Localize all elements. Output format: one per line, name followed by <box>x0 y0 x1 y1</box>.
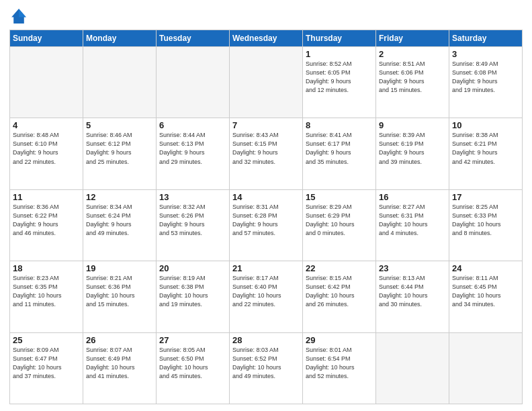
calendar-cell: 29Sunrise: 8:01 AMSunset: 6:54 PMDayligh… <box>303 332 376 404</box>
day-number: 1 <box>306 49 373 59</box>
logo <box>9 7 30 26</box>
day-number: 21 <box>232 263 300 273</box>
day-info: Sunrise: 8:09 AMSunset: 6:47 PMDaylight:… <box>13 346 80 381</box>
svg-marker-1 <box>19 9 26 17</box>
day-number: 11 <box>13 192 80 202</box>
calendar-cell: 18Sunrise: 8:23 AMSunset: 6:35 PMDayligh… <box>10 261 83 332</box>
calendar-cell: 25Sunrise: 8:09 AMSunset: 6:47 PMDayligh… <box>10 332 83 404</box>
day-number: 12 <box>86 192 153 202</box>
day-info: Sunrise: 8:27 AMSunset: 6:31 PMDaylight:… <box>379 203 446 238</box>
calendar-cell: 28Sunrise: 8:03 AMSunset: 6:52 PMDayligh… <box>230 332 303 404</box>
day-number: 22 <box>306 263 373 273</box>
calendar-cell <box>230 47 303 118</box>
calendar-cell: 19Sunrise: 8:21 AMSunset: 6:36 PMDayligh… <box>83 261 157 332</box>
day-info: Sunrise: 8:07 AMSunset: 6:49 PMDaylight:… <box>86 346 153 381</box>
day-info: Sunrise: 8:51 AMSunset: 6:06 PMDaylight:… <box>379 60 446 95</box>
day-number: 20 <box>159 263 226 273</box>
calendar-cell: 9Sunrise: 8:39 AMSunset: 6:19 PMDaylight… <box>376 118 449 189</box>
day-number: 9 <box>379 120 446 130</box>
day-number: 19 <box>86 263 153 273</box>
weekday-header-sunday: Sunday <box>10 30 83 47</box>
calendar-cell: 6Sunrise: 8:44 AMSunset: 6:13 PMDaylight… <box>157 118 230 189</box>
logo-icon <box>9 7 28 26</box>
day-info: Sunrise: 8:32 AMSunset: 6:26 PMDaylight:… <box>159 203 226 238</box>
day-number: 15 <box>306 192 373 202</box>
day-number: 23 <box>379 263 446 273</box>
day-number: 4 <box>13 120 80 130</box>
day-info: Sunrise: 8:48 AMSunset: 6:10 PMDaylight:… <box>13 131 80 166</box>
day-info: Sunrise: 8:31 AMSunset: 6:28 PMDaylight:… <box>232 203 300 238</box>
header <box>9 7 523 26</box>
day-info: Sunrise: 8:15 AMSunset: 6:42 PMDaylight:… <box>306 274 373 309</box>
day-info: Sunrise: 8:39 AMSunset: 6:19 PMDaylight:… <box>379 131 446 166</box>
calendar-cell: 21Sunrise: 8:17 AMSunset: 6:40 PMDayligh… <box>230 261 303 332</box>
calendar-cell: 8Sunrise: 8:41 AMSunset: 6:17 PMDaylight… <box>303 118 376 189</box>
calendar-cell: 20Sunrise: 8:19 AMSunset: 6:38 PMDayligh… <box>157 261 230 332</box>
day-number: 28 <box>232 335 300 345</box>
calendar-cell: 2Sunrise: 8:51 AMSunset: 6:06 PMDaylight… <box>376 47 449 118</box>
day-info: Sunrise: 8:23 AMSunset: 6:35 PMDaylight:… <box>13 274 80 309</box>
calendar-cell: 24Sunrise: 8:11 AMSunset: 6:45 PMDayligh… <box>449 261 523 332</box>
calendar-cell <box>157 47 230 118</box>
calendar: SundayMondayTuesdayWednesdayThursdayFrid… <box>9 30 523 404</box>
weekday-header-saturday: Saturday <box>449 30 523 47</box>
calendar-cell: 4Sunrise: 8:48 AMSunset: 6:10 PMDaylight… <box>10 118 83 189</box>
calendar-cell <box>83 47 157 118</box>
day-number: 18 <box>13 263 80 273</box>
day-info: Sunrise: 8:11 AMSunset: 6:45 PMDaylight:… <box>452 274 519 309</box>
calendar-cell: 16Sunrise: 8:27 AMSunset: 6:31 PMDayligh… <box>376 189 449 261</box>
weekday-header-wednesday: Wednesday <box>230 30 303 47</box>
day-info: Sunrise: 8:25 AMSunset: 6:33 PMDaylight:… <box>452 203 519 238</box>
day-number: 3 <box>452 49 519 59</box>
calendar-cell: 3Sunrise: 8:49 AMSunset: 6:08 PMDaylight… <box>449 47 523 118</box>
day-number: 25 <box>13 335 80 345</box>
calendar-cell: 12Sunrise: 8:34 AMSunset: 6:24 PMDayligh… <box>83 189 157 261</box>
weekday-header-monday: Monday <box>83 30 157 47</box>
weekday-header-thursday: Thursday <box>303 30 376 47</box>
day-number: 27 <box>159 335 226 345</box>
day-number: 17 <box>452 192 519 202</box>
calendar-cell: 7Sunrise: 8:43 AMSunset: 6:15 PMDaylight… <box>230 118 303 189</box>
day-info: Sunrise: 8:01 AMSunset: 6:54 PMDaylight:… <box>306 346 373 381</box>
calendar-week-row: 18Sunrise: 8:23 AMSunset: 6:35 PMDayligh… <box>10 261 523 332</box>
day-number: 29 <box>306 335 373 345</box>
weekday-header-row: SundayMondayTuesdayWednesdayThursdayFrid… <box>10 30 523 47</box>
calendar-week-row: 4Sunrise: 8:48 AMSunset: 6:10 PMDaylight… <box>10 118 523 189</box>
calendar-week-row: 1Sunrise: 8:52 AMSunset: 6:05 PMDaylight… <box>10 47 523 118</box>
day-info: Sunrise: 8:46 AMSunset: 6:12 PMDaylight:… <box>86 131 153 166</box>
calendar-cell: 27Sunrise: 8:05 AMSunset: 6:50 PMDayligh… <box>157 332 230 404</box>
calendar-cell: 17Sunrise: 8:25 AMSunset: 6:33 PMDayligh… <box>449 189 523 261</box>
calendar-cell: 10Sunrise: 8:38 AMSunset: 6:21 PMDayligh… <box>449 118 523 189</box>
calendar-cell <box>10 47 83 118</box>
day-number: 16 <box>379 192 446 202</box>
day-number: 6 <box>159 120 226 130</box>
calendar-week-row: 11Sunrise: 8:36 AMSunset: 6:22 PMDayligh… <box>10 189 523 261</box>
calendar-cell <box>449 332 523 404</box>
day-info: Sunrise: 8:34 AMSunset: 6:24 PMDaylight:… <box>86 203 153 238</box>
day-number: 10 <box>452 120 519 130</box>
day-info: Sunrise: 8:05 AMSunset: 6:50 PMDaylight:… <box>159 346 226 381</box>
day-info: Sunrise: 8:29 AMSunset: 6:29 PMDaylight:… <box>306 203 373 238</box>
day-info: Sunrise: 8:52 AMSunset: 6:05 PMDaylight:… <box>306 60 373 95</box>
calendar-cell: 5Sunrise: 8:46 AMSunset: 6:12 PMDaylight… <box>83 118 157 189</box>
day-info: Sunrise: 8:17 AMSunset: 6:40 PMDaylight:… <box>232 274 300 309</box>
calendar-cell: 15Sunrise: 8:29 AMSunset: 6:29 PMDayligh… <box>303 189 376 261</box>
calendar-cell: 1Sunrise: 8:52 AMSunset: 6:05 PMDaylight… <box>303 47 376 118</box>
day-number: 14 <box>232 192 300 202</box>
calendar-cell: 23Sunrise: 8:13 AMSunset: 6:44 PMDayligh… <box>376 261 449 332</box>
calendar-cell: 13Sunrise: 8:32 AMSunset: 6:26 PMDayligh… <box>157 189 230 261</box>
day-info: Sunrise: 8:43 AMSunset: 6:15 PMDaylight:… <box>232 131 300 166</box>
day-number: 8 <box>306 120 373 130</box>
calendar-week-row: 25Sunrise: 8:09 AMSunset: 6:47 PMDayligh… <box>10 332 523 404</box>
day-number: 7 <box>232 120 300 130</box>
day-info: Sunrise: 8:41 AMSunset: 6:17 PMDaylight:… <box>306 131 373 166</box>
calendar-cell: 14Sunrise: 8:31 AMSunset: 6:28 PMDayligh… <box>230 189 303 261</box>
day-info: Sunrise: 8:36 AMSunset: 6:22 PMDaylight:… <box>13 203 80 238</box>
calendar-cell: 22Sunrise: 8:15 AMSunset: 6:42 PMDayligh… <box>303 261 376 332</box>
day-info: Sunrise: 8:44 AMSunset: 6:13 PMDaylight:… <box>159 131 226 166</box>
weekday-header-tuesday: Tuesday <box>157 30 230 47</box>
calendar-cell <box>376 332 449 404</box>
page: SundayMondayTuesdayWednesdayThursdayFrid… <box>0 0 532 411</box>
day-info: Sunrise: 8:21 AMSunset: 6:36 PMDaylight:… <box>86 274 153 309</box>
day-info: Sunrise: 8:49 AMSunset: 6:08 PMDaylight:… <box>452 60 519 95</box>
